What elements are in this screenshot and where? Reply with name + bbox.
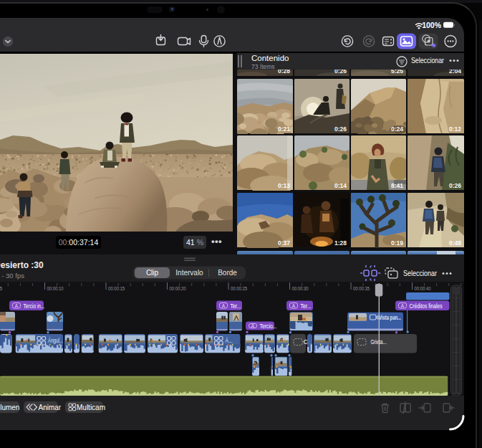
svg-text:Intervalo: Intervalo — [175, 269, 203, 277]
svg-text:0:26: 0:26 — [334, 70, 347, 75]
svg-text:Ter...: Ter... — [231, 302, 241, 310]
svg-text:8:41: 8:41 — [391, 182, 403, 189]
svg-text:5:25: 5:25 — [391, 70, 403, 75]
svg-text:00:00:10: 00:00:10 — [47, 286, 64, 291]
svg-text:Clip: Clip — [146, 269, 159, 277]
svg-text:Desierto :30: Desierto :30 — [0, 260, 44, 270]
svg-text:Borde: Borde — [218, 269, 237, 277]
svg-text:4K - 30 fps: 4K - 30 fps — [0, 272, 24, 280]
svg-text:0:26: 0:26 — [449, 182, 461, 189]
svg-text:0:21: 0:21 — [278, 125, 290, 133]
svg-text:Multicam: Multicam — [77, 404, 105, 411]
svg-text:00:00:20: 00:00:20 — [170, 286, 186, 291]
svg-text:0:13: 0:13 — [278, 182, 290, 189]
svg-text:00:00:35: 00:00:35 — [353, 286, 370, 291]
svg-text:0:24: 0:24 — [391, 125, 403, 133]
svg-text:Seleccionar: Seleccionar — [403, 269, 437, 277]
svg-text:Tercio in...: Tercio in... — [24, 302, 45, 310]
svg-text:00:00:40: 00:00:40 — [415, 286, 431, 291]
svg-text:0:48: 0:48 — [449, 239, 461, 247]
svg-text:A: A — [251, 323, 255, 328]
svg-text:Animar: Animar — [39, 404, 62, 411]
svg-text:A: A — [15, 303, 19, 308]
svg-text:A: A — [222, 303, 226, 308]
svg-text:Tercio...: Tercio... — [260, 323, 277, 330]
svg-text:0:37: 0:37 — [278, 239, 290, 247]
svg-text:0:12: 0:12 — [449, 125, 461, 133]
svg-text:Grieta...: Grieta... — [371, 338, 387, 345]
svg-text:0:28: 0:28 — [278, 70, 290, 75]
svg-text:00:00:25: 00:00:25 — [231, 286, 247, 291]
svg-text:00:00:30: 00:00:30 — [292, 286, 309, 291]
svg-text:0:19: 0:19 — [391, 239, 403, 247]
svg-text:00:00:15: 00:00:15 — [108, 286, 125, 291]
svg-text:0:26: 0:26 — [334, 125, 347, 133]
svg-text:Á...: Á... — [226, 336, 233, 344]
svg-text:Vista pan...: Vista pan... — [379, 314, 401, 321]
svg-text:A: A — [401, 303, 405, 308]
svg-text:A: A — [292, 303, 296, 308]
svg-text:1:28: 1:28 — [334, 239, 347, 247]
svg-text:Ter...: Ter... — [301, 302, 312, 310]
svg-text:Volumen: Volumen — [0, 404, 19, 411]
svg-text:00:00:05: 00:00:05 — [0, 286, 2, 291]
svg-text:Ángul...: Ángul... — [48, 336, 63, 344]
svg-text:2:04: 2:04 — [449, 70, 461, 75]
svg-text:Seleccionar: Seleccionar — [411, 56, 444, 65]
svg-text:Créditos finales: Créditos finales — [410, 302, 443, 310]
svg-text:0:14: 0:14 — [334, 182, 347, 189]
